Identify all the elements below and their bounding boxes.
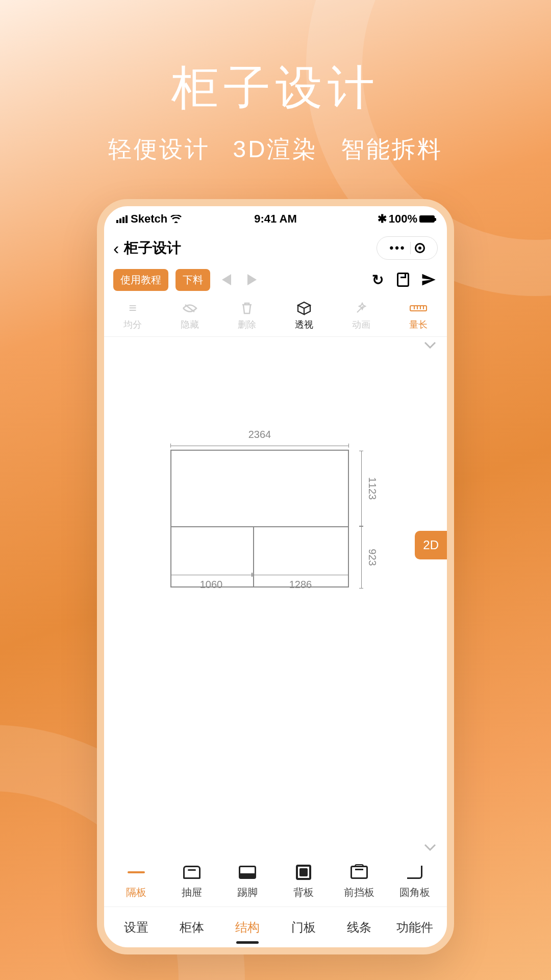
tab-settings[interactable]: 设置 [108, 919, 164, 936]
status-bar: Sketch 9:41 AM ✱ 100% [104, 206, 447, 232]
back-button[interactable]: ‹ [113, 238, 119, 258]
hero-title: 柜子设计 [0, 56, 551, 119]
save-button[interactable] [394, 271, 412, 289]
eye-off-icon [182, 301, 197, 315]
tool-divide[interactable]: ≡ 均分 [104, 295, 161, 336]
carrier-label: Sketch [131, 212, 167, 226]
frontpanel-icon [350, 866, 368, 879]
tab-structure[interactable]: 结构 [220, 919, 276, 936]
comp-back[interactable]: 背板 [276, 863, 331, 899]
trash-icon [241, 301, 253, 315]
action-row: 使用教程 下料 ↻ [104, 264, 447, 295]
phone-frame: Sketch 9:41 AM ✱ 100% ‹ 柜子设计 ••• 使用教程 下料… [97, 199, 454, 954]
hero-tagline: 轻便设计 3D渲染 智能拆料 [0, 134, 551, 165]
tool-hide[interactable]: 隐藏 [161, 295, 218, 336]
tool-perspective[interactable]: 透视 [276, 295, 333, 336]
page-title: 柜子设计 [124, 238, 181, 258]
comp-front[interactable]: 前挡板 [331, 863, 387, 899]
backpanel-icon [296, 865, 311, 880]
battery-icon [419, 215, 435, 223]
nav-header: ‹ 柜子设计 ••• [104, 232, 447, 264]
dim-height-top: 1123 [366, 477, 378, 500]
tool-tabs: ≡ 均分 隐藏 删除 透视 动画 [104, 295, 447, 337]
tutorial-button[interactable]: 使用教程 [113, 269, 168, 291]
cube-icon [297, 301, 311, 315]
refresh-button[interactable]: ↻ [368, 271, 387, 289]
send-icon [421, 272, 436, 287]
wand-icon [354, 301, 368, 315]
cutlist-button[interactable]: 下料 [176, 269, 210, 291]
corner-icon [407, 866, 422, 879]
comp-corner[interactable]: 圆角板 [387, 863, 443, 899]
redo-button[interactable] [243, 271, 261, 289]
view-mode-toggle[interactable]: 2D [415, 531, 447, 559]
clock: 9:41 AM [254, 212, 297, 226]
arrow-left-icon [222, 274, 231, 285]
cabinet-drawing: 2364 1123 923 [170, 429, 349, 587]
tool-delete[interactable]: 删除 [218, 295, 276, 336]
comp-kick[interactable]: 踢脚 [220, 863, 276, 899]
tab-body[interactable]: 柜体 [164, 919, 219, 936]
ruler-icon [410, 301, 427, 315]
dim-width-right: 1286 [252, 579, 349, 591]
component-row: 隔板 抽屉 踢脚 背板 前挡板 圆角板 [104, 855, 447, 906]
tool-measure[interactable]: 量长 [390, 295, 447, 336]
arrow-right-icon [247, 274, 257, 285]
send-button[interactable] [419, 271, 438, 289]
save-icon [397, 273, 409, 287]
dim-width-left: 1060 [170, 579, 252, 591]
signal-icon [116, 215, 128, 223]
kick-icon [239, 866, 256, 879]
bluetooth-icon: ✱ [378, 212, 387, 226]
dim-height-bottom: 923 [366, 549, 378, 566]
wifi-icon [170, 215, 182, 223]
comp-drawer[interactable]: 抽屉 [164, 863, 219, 899]
comp-shelf[interactable]: 隔板 [108, 863, 164, 899]
tool-animate[interactable]: 动画 [333, 295, 390, 336]
drawer-icon [183, 866, 201, 879]
more-icon[interactable]: ••• [389, 241, 406, 255]
collapse-top-button[interactable] [422, 340, 438, 350]
hero: 柜子设计 轻便设计 3D渲染 智能拆料 [0, 56, 551, 165]
cabinet-outline[interactable]: 1123 923 [170, 450, 349, 587]
undo-button[interactable] [217, 271, 236, 289]
divide-icon: ≡ [129, 301, 136, 315]
close-capsule-icon[interactable] [415, 243, 425, 253]
shelf-icon [128, 871, 145, 873]
collapse-bottom-button[interactable] [422, 842, 438, 852]
tab-function[interactable]: 功能件 [387, 919, 443, 936]
bottom-tabs: 设置 柜体 结构 门板 线条 功能件 [104, 906, 447, 947]
battery-label: 100% [389, 212, 417, 226]
tab-lines[interactable]: 线条 [331, 919, 387, 936]
dim-total-width: 2364 [170, 429, 349, 440]
tab-door[interactable]: 门板 [276, 919, 331, 936]
capsule-menu[interactable]: ••• [377, 236, 438, 260]
design-canvas[interactable]: 2364 1123 923 [104, 337, 447, 855]
